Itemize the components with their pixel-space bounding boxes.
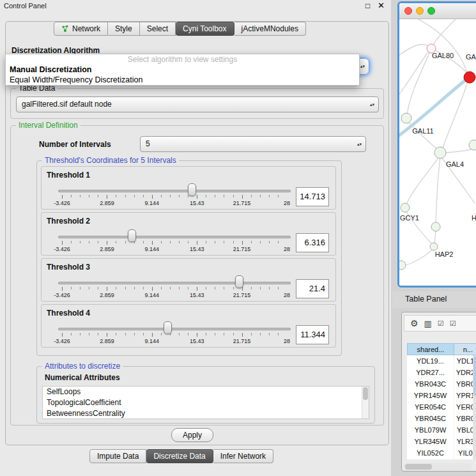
slider-tick-label: 15.43 — [190, 292, 204, 298]
table-row[interactable]: YBL079WYBL0... — [407, 424, 476, 436]
dropdown-option-manual-discretization[interactable]: Manual Discretization — [6, 65, 359, 75]
network-node-selected-red[interactable] — [464, 72, 475, 83]
network-view-window: GAL80 GA GAL11 GAL4 GCY1 H HAP2 — [397, 1, 476, 288]
node-label-clipped: H — [472, 214, 476, 222]
table-data-combobox-value: galFiltered.sif default node — [22, 100, 112, 109]
slider-thumb[interactable] — [188, 183, 196, 196]
slider-tick-label: -3.426 — [54, 338, 70, 344]
apply-button[interactable]: Apply — [171, 428, 213, 442]
number-of-intervals-combobox[interactable]: 5 ▴▾ — [140, 136, 366, 152]
table-data-combobox[interactable]: galFiltered.sif default node ▴▾ — [16, 96, 379, 112]
table-cell-shared-name[interactable]: YBR043C — [407, 378, 454, 390]
stepper-icon[interactable]: ▴▾ — [370, 103, 374, 107]
stepper-icon[interactable]: ▴▾ — [357, 142, 362, 146]
table-cell-shared-name[interactable]: YDR27... — [407, 367, 454, 378]
tab-jactivemnodules[interactable]: jActiveMNodules — [234, 22, 306, 36]
table-cell-shared-name[interactable]: YLR345W — [407, 436, 454, 447]
threshold-2-slider[interactable]: -3.4262.8599.14415.4321.71528 — [58, 213, 291, 256]
tab-style[interactable]: Style — [108, 22, 140, 36]
interval-definition-group: Interval Definition Number of Intervals … — [10, 125, 384, 426]
network-node[interactable] — [431, 222, 440, 231]
list-scrollbar[interactable] — [362, 387, 369, 418]
tab-select[interactable]: Select — [140, 22, 176, 36]
table-cell-shared-name[interactable]: YBL079W — [407, 424, 454, 436]
network-edge — [413, 19, 467, 72]
list-item[interactable]: BetweennessCentrality — [43, 408, 369, 419]
mac-minimize-button[interactable] — [416, 7, 424, 15]
top-tab-bar: Network Style Select Cyni Toolbox jActiv… — [54, 22, 306, 36]
slider-thumb[interactable] — [164, 321, 172, 334]
slider-track[interactable] — [58, 328, 291, 330]
network-node-gal11[interactable] — [401, 113, 411, 123]
mac-close-button[interactable] — [404, 7, 412, 15]
threshold-3-value-field[interactable]: 21.4 — [296, 279, 329, 298]
table-cell-shared-name[interactable]: YER054C — [407, 401, 454, 413]
slider-tick-label: 9.144 — [145, 292, 160, 298]
slider-tick-label: 15.43 — [190, 200, 204, 206]
threshold-2-value-field[interactable]: 6.316 — [296, 233, 329, 252]
network-node[interactable] — [469, 140, 476, 150]
scrollbar-thumb[interactable] — [405, 464, 432, 470]
checkbox-icon[interactable]: ☑ — [450, 319, 456, 328]
slider-thumb[interactable] — [128, 229, 136, 242]
table-row[interactable]: YIL052CYIL0... — [407, 447, 476, 459]
threshold-4-slider[interactable]: -3.4262.8599.14415.4321.71528 — [58, 305, 291, 348]
mac-zoom-button[interactable] — [427, 7, 435, 15]
table-vertical-scrollbar[interactable] — [473, 355, 476, 459]
table-row[interactable]: YBR043CYBR0... — [407, 378, 476, 390]
slider-track[interactable] — [58, 282, 291, 284]
tab-network[interactable]: Network — [54, 22, 108, 36]
columns-icon[interactable]: ▥ — [424, 319, 432, 328]
numerical-attributes-list[interactable]: SelfLoops TopologicalCoefficient Between… — [42, 386, 369, 419]
network-node[interactable] — [399, 261, 406, 270]
float-window-icon[interactable]: □ — [365, 1, 370, 10]
slider-track[interactable] — [58, 236, 291, 238]
table-horizontal-scrollbar[interactable] — [404, 463, 472, 470]
tab-cyni-toolbox[interactable]: Cyni Toolbox — [176, 22, 234, 36]
slider-tick-label: 21.715 — [233, 200, 251, 206]
table-rows: YDL19...YDL1...YDR27...YDR2...YBR043CYBR… — [407, 355, 476, 459]
tab-impute-data[interactable]: Impute Data — [89, 449, 146, 463]
slider-thumb[interactable] — [235, 275, 243, 288]
network-node-gcy1[interactable] — [401, 203, 410, 212]
table-row[interactable]: YLR345WYLR3... — [407, 436, 476, 447]
table-cell-shared-name[interactable]: YIL052C — [407, 447, 454, 459]
column-header-name[interactable]: n... — [454, 343, 476, 355]
table-row[interactable]: YPR145WYPR1... — [407, 390, 476, 401]
scrollbar-thumb[interactable] — [363, 387, 368, 400]
network-edge — [433, 19, 458, 46]
threshold-1-slider[interactable]: -3.4262.8599.14415.4321.71528 — [58, 167, 291, 210]
slider-track[interactable] — [58, 190, 291, 192]
tab-jactivemnodules-label: jActiveMNodules — [242, 24, 298, 33]
column-header-shared-name[interactable]: shared... — [407, 343, 454, 355]
table-panel-titlebar: Table Panel — [392, 291, 476, 308]
table-row[interactable]: YBR045CYBR0... — [407, 413, 476, 424]
dropdown-option-equal-width[interactable]: Equal Width/Frequency Discretization — [6, 75, 359, 85]
network-window-titlebar[interactable] — [399, 3, 476, 19]
threshold-1-value-field[interactable]: 14.713 — [296, 187, 329, 206]
network-canvas[interactable]: GAL80 GA GAL11 GAL4 GCY1 H HAP2 — [399, 19, 476, 286]
gear-icon[interactable]: ⚙ — [410, 318, 418, 328]
network-node-gal4[interactable] — [434, 147, 446, 158]
table-row[interactable]: YER054CYER0... — [407, 401, 476, 413]
threshold-4-value-field[interactable]: 11.344 — [296, 325, 329, 344]
tab-discretize-data[interactable]: Discretize Data — [146, 449, 213, 463]
table-cell-shared-name[interactable]: YDL19... — [407, 355, 454, 367]
scrollbar-thumb[interactable] — [473, 357, 476, 396]
network-node-hap2[interactable] — [430, 243, 438, 250]
table-row[interactable]: YDR27...YDR2... — [407, 367, 476, 378]
close-icon[interactable]: ✕ — [378, 1, 385, 10]
threshold-3-slider[interactable]: -3.4262.8599.14415.4321.71528 — [58, 259, 291, 302]
table-cell-shared-name[interactable]: YPR145W — [407, 390, 454, 401]
list-item[interactable]: TopologicalCoefficient — [43, 397, 369, 408]
stepper-icon[interactable]: ▴▾ — [360, 65, 365, 68]
slider-tick-label: 2.859 — [100, 338, 114, 344]
table-row[interactable]: YDL19...YDL1... — [407, 355, 476, 367]
numerical-attributes-label: Numerical Attributes — [45, 373, 120, 382]
node-label-hap2: HAP2 — [435, 250, 454, 258]
slider-tick-labels: -3.4262.8599.14415.4321.71528 — [62, 200, 287, 208]
list-item[interactable]: SelfLoops — [43, 387, 369, 397]
checkbox-icon[interactable]: ☑ — [438, 319, 444, 328]
table-cell-shared-name[interactable]: YBR045C — [407, 413, 454, 424]
tab-infer-network[interactable]: Infer Network — [213, 449, 273, 463]
